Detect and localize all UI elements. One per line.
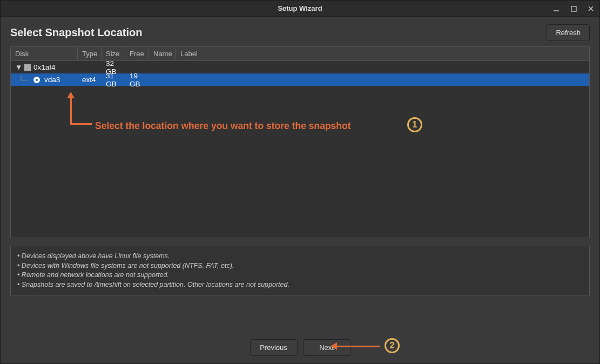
previous-button[interactable]: Previous	[250, 339, 298, 356]
col-header-free[interactable]: Free	[125, 47, 149, 60]
maximize-button[interactable]	[568, 3, 579, 14]
content-area: Select Snapshot Location Refresh Disk Ty…	[1, 17, 599, 363]
next-button[interactable]: Next	[303, 339, 350, 356]
svg-rect-1	[571, 6, 576, 11]
note-line: • Devices with Windows file systems are …	[17, 261, 583, 271]
chevron-down-icon[interactable]: ▼	[15, 63, 22, 71]
page-title: Select Snapshot Location	[10, 26, 142, 39]
minimize-button[interactable]	[551, 3, 562, 14]
row-type: ext4	[78, 76, 102, 84]
footer-buttons: Previous Next	[10, 323, 590, 356]
radio-selected-icon[interactable]	[33, 77, 40, 83]
note-line: • Snapshots are saved to /timeshift on s…	[17, 280, 583, 290]
col-header-name[interactable]: Name	[149, 47, 176, 60]
table-row[interactable]: └─ vda3 ext4 31 GB 19 GB	[11, 73, 589, 86]
note-line: • Remote and network locations are not s…	[17, 271, 583, 280]
disk-icon	[24, 64, 31, 71]
disk-table: Disk Type Size Free Name Label ▼ 0x1af4 …	[10, 46, 590, 238]
col-header-disk[interactable]: Disk	[11, 47, 78, 60]
row-disk-name: 0x1af4	[33, 63, 56, 71]
header-row: Select Snapshot Location Refresh	[10, 24, 590, 41]
close-button[interactable]	[585, 3, 596, 14]
window-controls	[551, 1, 596, 17]
row-size: 31 GB	[102, 72, 125, 88]
row-free: 19 GB	[125, 72, 149, 88]
setup-wizard-window: Setup Wizard Select Snapshot Location Re…	[0, 0, 600, 364]
note-line: • Devices displayed above have Linux fil…	[17, 252, 583, 261]
table-header: Disk Type Size Free Name Label	[11, 47, 589, 61]
table-row[interactable]: ▼ 0x1af4 32 GB	[11, 61, 589, 73]
col-header-type[interactable]: Type	[78, 47, 102, 60]
table-body: ▼ 0x1af4 32 GB └─ vda3	[11, 61, 589, 238]
refresh-button[interactable]: Refresh	[547, 24, 590, 41]
notes-panel: • Devices displayed above have Linux fil…	[10, 246, 590, 295]
titlebar[interactable]: Setup Wizard	[1, 1, 599, 17]
tree-branch-icon: └─	[15, 76, 31, 84]
row-disk-name: vda3	[44, 76, 60, 84]
col-header-size[interactable]: Size	[102, 47, 125, 60]
window-title: Setup Wizard	[278, 4, 322, 12]
col-header-label[interactable]: Label	[176, 47, 589, 60]
